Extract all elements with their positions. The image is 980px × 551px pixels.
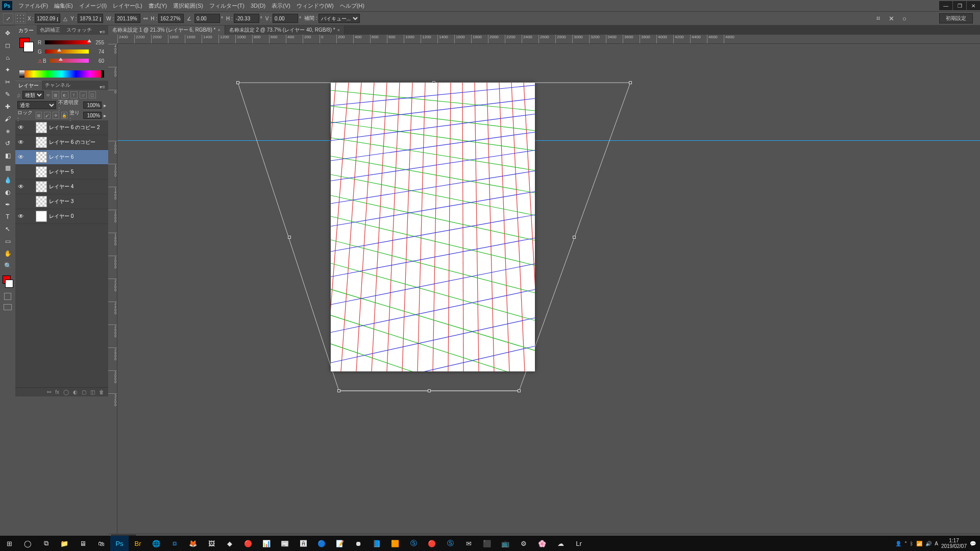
menu-window[interactable]: ウィンドウ(W) [293, 0, 337, 11]
dropbox-icon[interactable]: ⧈ [165, 536, 184, 551]
volume-icon[interactable]: 🔊 [925, 541, 932, 546]
visibility-icon[interactable]: 👁 [15, 183, 27, 190]
ruler-horizontal[interactable]: 2400220020001800160014001200100080060040… [117, 35, 980, 44]
tray-chevron-icon[interactable]: ˄ [904, 541, 907, 546]
layer-item[interactable]: 👁 レイヤー 6 [15, 150, 108, 165]
heal-tool[interactable]: ✚ [2, 101, 14, 112]
filter-type-icon[interactable]: T [70, 91, 78, 98]
swap-xy-icon[interactable]: △ [63, 16, 67, 21]
commit-transform-icon[interactable]: ○ [900, 14, 909, 22]
app2-icon[interactable]: 🖼 [202, 536, 220, 551]
b-slider[interactable] [50, 59, 89, 63]
layer-item[interactable]: 👁 レイヤー 0 [15, 209, 108, 224]
layer-item[interactable]: レイヤー 3 [15, 194, 108, 209]
brush-tool[interactable]: 🖌 [2, 113, 14, 124]
notifications-icon[interactable]: 💬 [970, 541, 976, 546]
window-maximize[interactable]: ❐ [953, 1, 966, 10]
lightroom-icon[interactable]: Lr [570, 536, 588, 551]
store-icon[interactable]: 🛍 [92, 536, 110, 551]
window-minimize[interactable]: — [939, 1, 952, 10]
app11-icon[interactable]: ⬛ [478, 536, 496, 551]
eyedropper-tool[interactable]: ✎ [2, 89, 14, 100]
marquee-tool[interactable]: ◻ [2, 40, 14, 51]
explorer-icon[interactable]: 📁 [55, 536, 74, 551]
r-slider[interactable] [45, 40, 89, 44]
crop-tool[interactable]: ✂ [2, 77, 14, 88]
handle-tr[interactable] [629, 81, 632, 84]
new-layer-icon[interactable]: ◫ [90, 389, 95, 395]
menu-3d[interactable]: 3D(D) [248, 0, 268, 11]
lock-pos-icon[interactable]: ✥ [53, 112, 59, 119]
fx-icon[interactable]: fx [55, 389, 59, 395]
lasso-tool[interactable]: ⏢ [2, 52, 14, 63]
menu-edit[interactable]: 編集(E) [51, 0, 76, 11]
opacity-popup-icon[interactable]: ▸ [104, 103, 106, 108]
app7-icon[interactable]: 🅰 [294, 536, 312, 551]
type-tool[interactable]: T [2, 211, 14, 222]
lock-pixel-icon[interactable]: 🖌 [44, 112, 51, 119]
layer-filter-select[interactable]: 種類 [22, 91, 44, 99]
photoshop-taskbar-icon[interactable]: Ps [110, 536, 129, 551]
menu-filter[interactable]: フィルター(T) [206, 0, 248, 11]
canvas-viewport[interactable]: ✥ [117, 44, 980, 535]
app9-icon[interactable]: 🟧 [386, 536, 404, 551]
reset-button[interactable]: 初期設定 [939, 13, 973, 23]
handle-ml[interactable] [288, 236, 291, 239]
layer-thumb[interactable] [36, 181, 47, 192]
menu-select[interactable]: 選択範囲(S) [170, 0, 206, 11]
w-input[interactable] [115, 14, 140, 23]
layer-thumb[interactable] [36, 211, 47, 222]
vskew-input[interactable] [273, 14, 298, 23]
group-icon[interactable]: ▢ [82, 389, 86, 395]
app15-icon[interactable]: ☁ [551, 536, 570, 551]
filter-shape-icon[interactable]: ▱ [80, 91, 87, 98]
browser-icon[interactable]: 🌐 [147, 536, 165, 551]
visibility-icon[interactable]: 👁 [15, 213, 27, 220]
layer-item[interactable]: 👁 レイヤー 6 のコピー [15, 135, 108, 150]
ruler-vertical[interactable]: 4002000100012001400160018002000220024002… [108, 44, 117, 535]
gradient-tool[interactable]: ▦ [2, 162, 14, 173]
doc-tab-1[interactable]: 名称未設定 1 @ 21.3% (レイヤー 6, RGB/8) *× [108, 26, 225, 35]
notes-icon[interactable]: 📝 [331, 536, 349, 551]
delete-layer-icon[interactable]: 🗑 [99, 389, 104, 395]
opacity-input[interactable] [83, 102, 102, 109]
tab-color[interactable]: カラー [15, 26, 37, 35]
artboard[interactable] [331, 83, 535, 371]
tab-adjust[interactable]: 色調補正 [37, 26, 63, 35]
warp-icon[interactable]: ⌗ [874, 14, 882, 22]
visibility-icon[interactable]: 👁 [15, 124, 27, 131]
transform-tool-icon[interactable]: ⤢ [3, 13, 13, 23]
mail-icon[interactable]: ✉ [459, 536, 478, 551]
zoom-tool[interactable]: 🔍 [2, 260, 14, 271]
filter-adjust-icon[interactable]: ◐ [61, 91, 68, 98]
handle-bm[interactable] [428, 389, 431, 392]
color-panel-menu-icon[interactable]: ▾≡ [96, 29, 108, 35]
close-tab-icon[interactable]: × [337, 28, 340, 33]
layer-thumb[interactable] [36, 152, 47, 163]
app13-icon[interactable]: ⚙ [514, 536, 533, 551]
menu-view[interactable]: 表示(V) [268, 0, 293, 11]
app-icon[interactable]: 🖥 [74, 536, 92, 551]
eraser-tool[interactable]: ◧ [2, 150, 14, 161]
link-layers-icon[interactable]: ⚯ [47, 389, 51, 395]
app10-icon[interactable]: 🔴 [423, 536, 441, 551]
shape-tool[interactable]: ▭ [2, 236, 14, 247]
link-wh-icon[interactable]: ⚯ [143, 16, 148, 21]
blur-tool[interactable]: 💧 [2, 174, 14, 186]
skype2-icon[interactable]: Ⓢ [441, 536, 459, 551]
clock[interactable]: 1:17 2019/02/07 [941, 538, 967, 549]
tab-channels[interactable]: チャンネル [42, 81, 74, 90]
quick-mask-icon[interactable] [4, 293, 11, 300]
close-tab-icon[interactable]: × [217, 28, 220, 33]
layer-panel-menu-icon[interactable]: ▾≡ [96, 84, 108, 90]
spectrum-bar[interactable] [19, 70, 104, 78]
menu-help[interactable]: ヘルプ(H) [337, 0, 368, 11]
doc-tab-2[interactable]: 名称未設定 2 @ 73.7% (レイヤー 40, RGB/8) *× [225, 26, 345, 35]
layer-thumb[interactable] [36, 122, 47, 133]
menu-type[interactable]: 書式(Y) [145, 0, 170, 11]
history-brush-tool[interactable]: ↺ [2, 138, 14, 149]
wand-tool[interactable]: ✦ [2, 64, 14, 76]
handle-mr[interactable] [573, 236, 576, 239]
window-close[interactable]: ✕ [967, 1, 980, 10]
dodge-tool[interactable]: ◐ [2, 187, 14, 198]
